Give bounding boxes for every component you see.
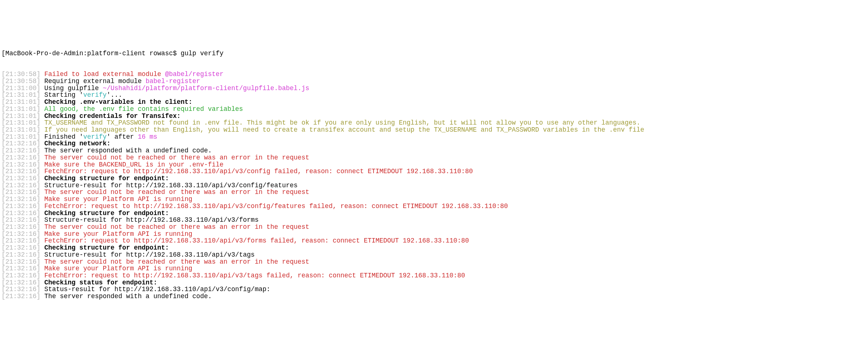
log-line: [21:32:16] Make sure your Platform API i… [1, 265, 868, 272]
timestamp: [21:30:58] [1, 78, 40, 85]
log-line: [21:31:01] All good, the .env file conta… [1, 106, 868, 113]
timestamp: [21:31:01] [1, 119, 40, 126]
timestamp: [21:32:16] [1, 182, 40, 189]
log-segment: Make sure your Platform API is running [40, 265, 193, 272]
log-segment: Checking credentials for Transifex: [40, 112, 181, 120]
log-line: [21:32:16] Make sure the BACKEND_URL is … [1, 161, 868, 168]
log-segment: The server could not be reached or there… [40, 223, 309, 231]
log-line: [21:30:58] Failed to load external modul… [1, 71, 868, 78]
log-line: [21:32:16] Structure-result for http://1… [1, 182, 868, 189]
timestamp: [21:32:16] [1, 237, 40, 244]
log-line: [21:31:01] Checking .env-variables in th… [1, 99, 868, 106]
log-line: [21:32:16] FetchError: request to http:/… [1, 168, 868, 175]
timestamp: [21:32:16] [1, 210, 40, 217]
log-segment: Structure-result for http://192.168.33.1… [40, 182, 297, 189]
log-segment: Structure-result for http://192.168.33.1… [40, 251, 255, 258]
log-segment: TX_USERNAME and TX_PASSWORD not found in… [40, 119, 640, 126]
timestamp: [21:32:16] [1, 195, 40, 203]
log-segment: Finished ' [40, 133, 83, 141]
log-segment: Checking .env-variables in the client: [40, 98, 193, 106]
log-line: [21:31:01] Starting 'verify'... [1, 92, 868, 99]
timestamp: [21:32:16] [1, 286, 40, 293]
timestamp: [21:30:58] [1, 70, 40, 78]
terminal-output: [MacBook-Pro-de-Admin:platform-client ro… [0, 35, 868, 307]
timestamp: [21:32:16] [1, 161, 40, 168]
log-segment: The server could not be reached or there… [40, 154, 309, 161]
log-line: [21:32:16] Structure-result for http://1… [1, 251, 868, 258]
timestamp: [21:32:16] [1, 272, 40, 279]
log-segment: verify [83, 133, 107, 141]
log-line: [21:30:58] Requiring external module bab… [1, 78, 868, 85]
log-line: [21:32:16] FetchError: request to http:/… [1, 272, 868, 279]
timestamp: [21:31:00] [1, 85, 40, 92]
log-line: [21:31:00] Using gulpfile ~/Ushahidi/pla… [1, 85, 868, 92]
log-segment: Checking structure for endpoint: [40, 175, 169, 182]
timestamp: [21:32:16] [1, 293, 40, 300]
timestamp: [21:32:16] [1, 265, 40, 272]
log-line: [21:32:16] Status-result for http://192.… [1, 286, 868, 293]
log-line: [21:32:16] Checking status for endpoint: [1, 279, 868, 286]
log-line: [21:32:16] The server could not be reach… [1, 258, 868, 266]
log-line: [21:32:16] Make sure your Platform API i… [1, 196, 868, 203]
log-line: [21:32:16] The server responded with a u… [1, 147, 868, 154]
log-line: [21:31:01] If you need languages other t… [1, 126, 868, 134]
log-segment: 16 ms [138, 133, 158, 141]
log-line: [21:31:01] Finished 'verify' after 16 ms [1, 134, 868, 141]
log-segment: Starting ' [40, 91, 83, 99]
log-segment: Make sure your Platform API is running [40, 230, 193, 238]
prompt-text: [MacBook-Pro-de-Admin:platform-client ro… [1, 50, 224, 57]
log-segment: FetchError: request to http://192.168.33… [40, 237, 469, 244]
log-segment: babel-register [146, 78, 200, 85]
timestamp: [21:32:16] [1, 140, 40, 147]
timestamp: [21:32:16] [1, 244, 40, 251]
timestamp: [21:32:16] [1, 168, 40, 175]
timestamp: [21:31:01] [1, 126, 40, 134]
timestamp: [21:32:16] [1, 279, 40, 286]
timestamp: [21:32:16] [1, 223, 40, 231]
timestamp: [21:32:16] [1, 154, 40, 161]
log-line: [21:32:16] Checking structure for endpoi… [1, 175, 868, 182]
timestamp: [21:32:16] [1, 230, 40, 238]
log-segment: ~/Ushahidi/platform/platform-client/gulp… [103, 85, 309, 92]
log-segment: '... [107, 91, 122, 99]
log-segment: Structure-result for http://192.168.33.1… [40, 216, 259, 224]
log-line: [21:32:16] Checking structure for endpoi… [1, 244, 868, 251]
timestamp: [21:32:16] [1, 147, 40, 154]
log-segment: Using gulpfile [40, 85, 103, 92]
log-segment: Failed to load external module [40, 70, 165, 78]
timestamp: [21:32:16] [1, 188, 40, 196]
log-segment: Make sure your Platform API is running [40, 195, 193, 203]
timestamp: [21:31:01] [1, 105, 40, 113]
timestamp: [21:32:16] [1, 175, 40, 182]
log-segment: @babel/register [165, 70, 224, 78]
log-line: [21:32:16] FetchError: request to http:/… [1, 203, 868, 210]
log-segment: The server responded with a undefined co… [40, 147, 212, 154]
log-line: [21:31:01] TX_USERNAME and TX_PASSWORD n… [1, 119, 868, 126]
prompt-line: [MacBook-Pro-de-Admin:platform-client ro… [1, 50, 868, 57]
log-line: [21:32:16] The server could not be reach… [1, 189, 868, 196]
timestamp: [21:31:01] [1, 112, 40, 120]
log-segment: FetchError: request to http://192.168.33… [40, 168, 473, 175]
log-segment: FetchError: request to http://192.168.33… [40, 272, 465, 279]
log-segment: Status-result for http://192.168.33.110/… [40, 286, 270, 293]
log-segment: The server responded with a undefined co… [40, 293, 212, 300]
log-line: [21:32:16] Checking structure for endpoi… [1, 210, 868, 217]
log-line: [21:32:16] Structure-result for http://1… [1, 217, 868, 224]
timestamp: [21:31:01] [1, 98, 40, 106]
log-line: [21:31:01] Checking credentials for Tran… [1, 113, 868, 120]
log-segment: Checking status for endpoint: [40, 279, 157, 286]
timestamp: [21:31:01] [1, 133, 40, 141]
log-segment: The server could not be reached or there… [40, 258, 309, 266]
timestamp: [21:32:16] [1, 202, 40, 210]
log-line: [21:32:16] Checking network: [1, 140, 868, 147]
log-segment: FetchError: request to http://192.168.33… [40, 202, 508, 210]
log-segment: Checking structure for endpoint: [40, 210, 169, 217]
log-segment: Requiring external module [40, 78, 146, 85]
log-segment: ' after [107, 133, 138, 141]
log-segment: If you need languages other than English… [40, 126, 644, 134]
log-line: [21:32:16] FetchError: request to http:/… [1, 237, 868, 244]
log-segment: Checking network: [40, 140, 111, 147]
log-segment: The server could not be reached or there… [40, 188, 309, 196]
log-segment: All good, the .env file contains require… [40, 105, 243, 113]
timestamp: [21:31:01] [1, 91, 40, 99]
